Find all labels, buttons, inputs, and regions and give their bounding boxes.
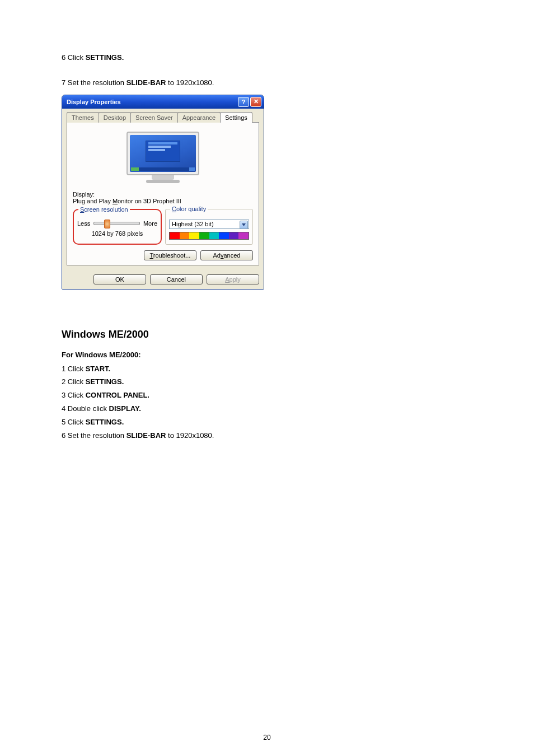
tab-appearance[interactable]: Appearance [177,112,221,123]
help-button[interactable]: ? [238,97,249,107]
instruction-step: 3 Click CONTROL PANEL. [62,390,472,402]
troubleshoot-button[interactable]: Troubleshoot... [144,250,196,260]
me2000-steps: 1 Click START. 2 Click SETTINGS. 3 Click… [62,363,472,442]
dialog-body: Themes Desktop Screen Saver Appearance S… [62,109,264,270]
tab-screen-saver[interactable]: Screen Saver [130,112,178,123]
tab-desktop[interactable]: Desktop [99,112,131,123]
color-quality-legend: Color quality [170,206,208,212]
dialog-footer: OK Cancel Apply [62,270,264,289]
color-quality-value: Highest (32 bit) [172,221,214,227]
ok-button[interactable]: OK [93,274,146,284]
tab-settings-pane: Display: Plug and Play Monitor on 3D Pro… [67,122,259,265]
screen-resolution-group: Screen resolution Less More 1024 by 768 … [73,209,162,245]
step-text: to 1920x1080. [166,78,214,87]
display-value: Plug and Play Monitor on 3D Prophet III [73,198,253,204]
step-text: 6 Click [62,53,86,62]
slider-thumb[interactable] [104,220,110,228]
chevron-down-icon [240,221,248,229]
slider-less-label: Less [77,220,90,227]
help-icon: ? [242,99,246,105]
display-properties-dialog: Display Properties ? ✕ Themes Desktop Sc… [62,95,264,290]
page-number: 20 [0,734,534,741]
instruction-step: 2 Click SETTINGS. [62,376,472,388]
apply-button[interactable]: Apply [207,274,259,284]
instruction-step: 4 Double click DISPLAY. [62,403,472,415]
tab-themes[interactable]: Themes [67,112,99,123]
dialog-titlebar[interactable]: Display Properties ? ✕ [62,95,264,109]
color-gradient-preview [169,232,249,240]
resolution-slider[interactable] [93,222,140,225]
screen-resolution-legend: Screen resolution [78,206,130,213]
close-icon: ✕ [254,98,259,105]
document-page: 6 Click SETTINGS. 7 Set the resolution S… [0,0,534,756]
instruction-step: 6 Click SETTINGS. [62,52,472,64]
instruction-step: 6 Set the resolution SLIDE-BAR to 1920x1… [62,430,472,442]
step-keyword: SLIDE-BAR [127,78,166,87]
color-quality-select[interactable]: Highest (32 bit) [169,220,249,229]
instruction-step: 5 Click SETTINGS. [62,417,472,428]
step-keyword: SETTINGS. [86,53,124,62]
slider-more-label: More [143,220,157,227]
monitor-preview [73,132,253,183]
dialog-title: Display Properties [67,99,121,105]
resolution-value: 1024 by 768 pixels [77,230,157,237]
tab-settings[interactable]: Settings [220,112,252,123]
close-button[interactable]: ✕ [250,97,261,107]
step-text: 7 Set the resolution [62,78,127,87]
tab-strip: Themes Desktop Screen Saver Appearance S… [67,112,259,123]
cancel-button[interactable]: Cancel [150,274,203,284]
section-subhead: For Windows ME/2000: [62,351,472,359]
section-heading: Windows ME/2000 [62,329,472,340]
advanced-button[interactable]: Advanced [200,250,253,260]
instruction-step: 1 Click START. [62,363,472,375]
color-quality-group: Color quality Highest (32 bit) [165,209,253,245]
instruction-step: 7 Set the resolution SLIDE-BAR to 1920x1… [62,77,472,89]
display-label: Display: [73,191,253,198]
